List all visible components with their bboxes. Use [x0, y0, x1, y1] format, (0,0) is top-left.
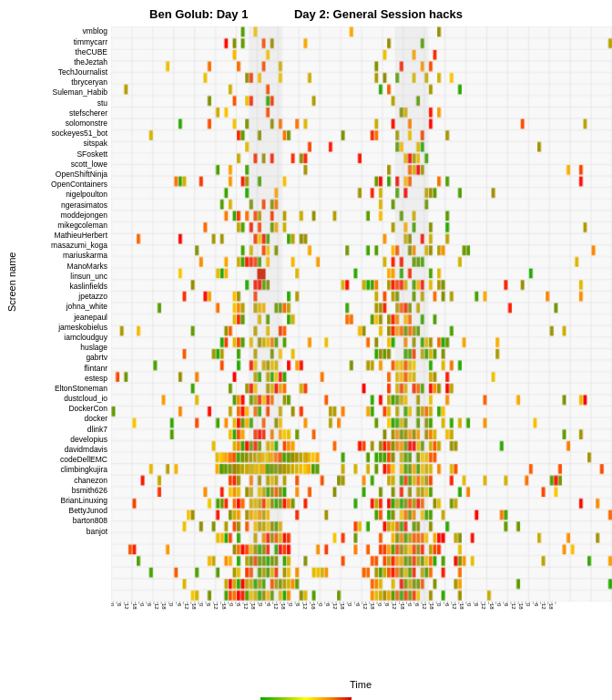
y-axis-name: nigelpoulton [20, 190, 107, 200]
y-axis-name: tbryceryan [20, 77, 107, 88]
y-axis-name: theJeztah [20, 57, 107, 67]
chart-container: Ben Golub: Day 1 Day 2: General Session … [0, 0, 612, 700]
legend-section: 2.5 5.0 7.5 10.0 12.5 [0, 697, 612, 700]
y-axis-name: developius [20, 435, 107, 445]
y-axis-name: OpenContainers [20, 180, 107, 190]
y-axis-name: TechJournalist [20, 67, 107, 77]
y-axis-name: johna_white [20, 302, 107, 312]
y-axis-name: vmblog [20, 26, 107, 36]
y-axis-name: sitspak [20, 139, 107, 149]
y-axis-name: climbingkujira [20, 465, 107, 475]
y-axis-name: linsun_unc [20, 272, 107, 282]
y-axis-name: DockerCon [20, 404, 107, 414]
y-axis-name: huslage [20, 343, 107, 353]
y-axis-name: banjot [20, 526, 107, 536]
y-axis-name: davidmdavis [20, 445, 107, 455]
y-axis-name: ngerasimatos [20, 200, 107, 210]
y-axis-name: MathieuHerbert [20, 231, 107, 241]
y-axis-name: bsmith626 [20, 485, 107, 495]
y-axis-name: estesp [20, 373, 107, 383]
y-axis-name: jpetazzo [20, 292, 107, 302]
y-axis-name: ManoMarks [20, 261, 107, 271]
legend-bar [260, 697, 352, 700]
y-axis-name: jeanepaul [20, 312, 107, 322]
chart-title: Ben Golub: Day 1 Day 2: General Session … [0, 0, 612, 21]
y-axis-name: codeDellEMC [20, 455, 107, 465]
y-axis-name: chanezon [20, 475, 107, 485]
y-axis-name: stefscherer [20, 108, 107, 118]
y-axis-name: flintanr [20, 363, 107, 373]
y-axis-name: moddejongen [20, 210, 107, 220]
y-axis-name: stu [20, 98, 107, 108]
x-axis-area [111, 602, 612, 679]
y-axis-name: masazumi_koga [20, 241, 107, 251]
y-axis-name: kaslinfields [20, 282, 107, 292]
x-axis-title: Time [109, 679, 612, 690]
x-axis-canvas [111, 602, 557, 679]
y-axis-name: scott_lowe [20, 159, 107, 169]
y-axis-name: mikegcoleman [20, 221, 107, 231]
y-axis-name: gabrtv [20, 353, 107, 363]
subtitle-text: Day 2: General Session hacks [294, 7, 463, 21]
y-axis-name: mariuskarma [20, 251, 107, 261]
y-axis-name: dustcloud_io [20, 394, 107, 404]
y-axis-name: solomonstre [20, 118, 107, 129]
y-axis-name: EltonStoneman [20, 384, 107, 394]
y-axis-name: barton808 [20, 516, 107, 526]
y-axis-names: vmblogtimmycarrtheCUBEtheJeztahTechJourn… [20, 26, 111, 537]
y-axis-name: docker [20, 414, 107, 424]
y-axis-name: iamcloudguy [20, 333, 107, 343]
title-text: Ben Golub: Day 1 [149, 7, 248, 21]
heatmap-canvas [111, 26, 612, 602]
y-axis-name: theCUBE [20, 46, 107, 57]
legend-gradient [260, 697, 352, 700]
y-axis-name: SFoskett [20, 149, 107, 159]
y-axis-name: BettyJunod [20, 506, 107, 516]
y-axis-name: Suleman_Habib [20, 88, 107, 98]
y-axis-label: Screen name [4, 26, 20, 537]
y-axis-name: sockeyes51_bot [20, 129, 107, 139]
y-axis-name: BrianLinuxing [20, 496, 107, 506]
y-axis-name: timmycarr [20, 36, 107, 46]
y-axis-name: jameskobielus [20, 322, 107, 332]
y-axis-name: OpenShiftNinja [20, 170, 107, 180]
y-axis-name: dlink7 [20, 424, 107, 434]
